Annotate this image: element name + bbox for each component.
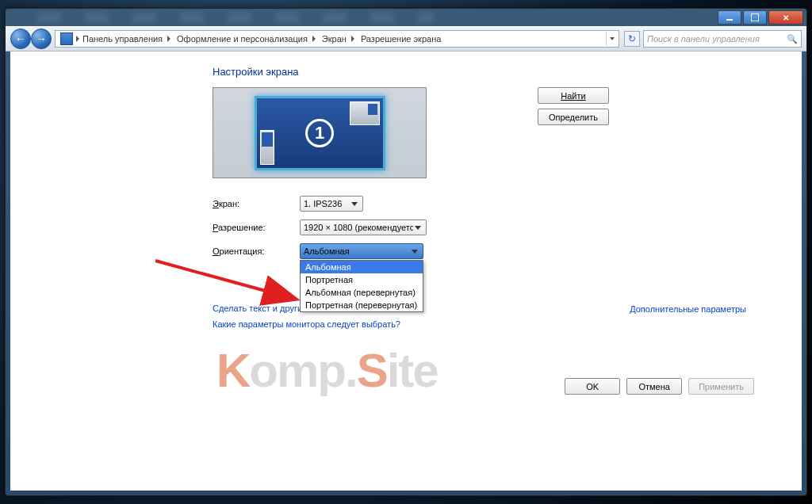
control-panel-icon xyxy=(60,32,73,45)
display-preview[interactable]: 1 xyxy=(213,87,427,178)
resolution-label: Разрешение: xyxy=(213,223,300,232)
advanced-settings-link[interactable]: Дополнительные параметры xyxy=(630,304,746,314)
chevron-right-icon xyxy=(351,36,354,42)
address-dropdown[interactable] xyxy=(606,32,617,46)
address-bar[interactable]: Панель управления Оформление и персонали… xyxy=(55,30,619,48)
content-frame: Настройки экрана 1 Найти Определить Экра… xyxy=(10,52,802,491)
breadcrumb-item: Оформление и персонализация xyxy=(174,34,319,44)
orientation-dropdown: Альбомная Портретная Альбомная (переверн… xyxy=(300,260,423,312)
forward-button[interactable]: → xyxy=(31,29,52,49)
find-button[interactable]: Найти xyxy=(538,87,609,104)
orientation-option[interactable]: Альбомная (перевернутая) xyxy=(301,286,423,299)
monitor-thumb-icon xyxy=(350,101,380,125)
minimize-button[interactable] xyxy=(718,10,741,25)
close-button[interactable] xyxy=(768,10,803,25)
monitor-taskbar-icon xyxy=(260,130,274,165)
preview-row: 1 Найти Определить xyxy=(213,87,802,178)
breadcrumb-item: Разрешение экрана xyxy=(358,34,444,44)
settings-form: Экран: 1. IPS236 Разрешение: 1920 × 1080… xyxy=(213,196,802,259)
search-placeholder: Поиск в панели управления xyxy=(647,34,760,44)
chevron-right-icon xyxy=(167,36,170,42)
chevron-right-icon xyxy=(312,36,316,42)
titlebar xyxy=(6,9,806,26)
titlebar-blur xyxy=(37,12,434,23)
monitor-1[interactable]: 1 xyxy=(255,96,385,170)
back-button[interactable]: ← xyxy=(10,29,31,49)
breadcrumb-item: Экран xyxy=(319,34,358,44)
orientation-label: Ориентация: xyxy=(213,246,300,256)
which-monitor-link[interactable]: Какие параметры монитора следует выбрать… xyxy=(213,319,802,329)
chevron-down-icon xyxy=(350,202,359,206)
maximize-button[interactable] xyxy=(743,10,767,25)
explorer-window: ← → Панель управления Оформление и персо… xyxy=(5,8,807,496)
refresh-button[interactable]: ↻ xyxy=(624,31,640,47)
orientation-option[interactable]: Альбомная xyxy=(301,261,423,273)
chevron-down-icon xyxy=(413,226,423,230)
page-title: Настройки экрана xyxy=(213,66,802,78)
identify-button[interactable]: Определить xyxy=(538,109,609,125)
search-icon: 🔍 xyxy=(787,34,798,44)
orientation-combo[interactable]: Альбомная Альбомная Портретная Альбомная… xyxy=(300,243,423,259)
search-input[interactable]: Поиск в панели управления 🔍 xyxy=(643,30,802,48)
breadcrumb-item: Панель управления xyxy=(79,34,174,44)
ok-button[interactable]: OK xyxy=(565,378,620,395)
chevron-down-icon xyxy=(410,250,419,254)
orientation-option[interactable]: Портретная xyxy=(301,273,423,286)
action-buttons: OK Отмена Применить xyxy=(565,378,754,395)
display-label: Экран: xyxy=(213,199,300,208)
apply-button[interactable]: Применить xyxy=(688,378,754,395)
toolbar: ← → Панель управления Оформление и персо… xyxy=(6,26,806,52)
display-combo[interactable]: 1. IPS236 xyxy=(300,196,363,212)
resolution-combo[interactable]: 1920 × 1080 (рекомендуется) xyxy=(300,220,427,235)
orientation-option[interactable]: Портретная (перевернутая) xyxy=(301,299,423,311)
monitor-number: 1 xyxy=(305,119,334,147)
content: Настройки экрана 1 Найти Определить Экра… xyxy=(10,52,802,491)
cancel-button[interactable]: Отмена xyxy=(626,378,682,395)
